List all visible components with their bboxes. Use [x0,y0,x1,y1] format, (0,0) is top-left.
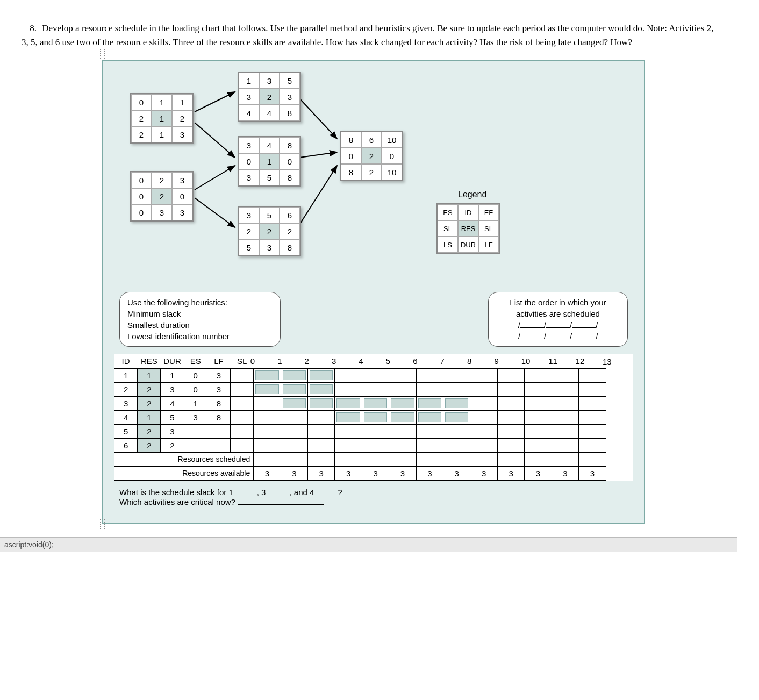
sched-sl[interactable] [231,438,254,452]
sched-cell[interactable] [335,424,362,438]
sched-cell[interactable] [254,382,281,396]
res-scheduled-cell[interactable] [281,452,307,466]
sched-cell[interactable] [497,368,524,382]
slack-blank-3[interactable] [266,487,289,495]
order-blank[interactable] [520,331,544,339]
res-scheduled-cell[interactable] [443,452,470,466]
sched-cell[interactable] [470,438,497,452]
sched-cell[interactable] [335,382,362,396]
sched-cell[interactable] [525,382,552,396]
sched-cell[interactable] [443,382,470,396]
sched-cell[interactable] [579,424,606,438]
sched-cell[interactable] [525,438,552,452]
sched-cell[interactable] [470,368,497,382]
sched-cell[interactable] [552,410,578,424]
sched-cell[interactable] [362,410,389,424]
sched-cell[interactable] [389,438,416,452]
sched-cell[interactable] [579,368,606,382]
sched-cell[interactable] [281,438,307,452]
sched-cell[interactable] [579,382,606,396]
res-scheduled-cell[interactable] [525,452,552,466]
sched-cell[interactable] [335,368,362,382]
sched-cell[interactable] [362,424,389,438]
sched-cell[interactable] [525,424,552,438]
order-blank[interactable] [546,331,570,339]
order-blank[interactable] [572,320,596,328]
sched-cell[interactable] [389,368,416,382]
sched-cell[interactable] [579,396,606,410]
res-scheduled-cell[interactable] [389,452,416,466]
res-scheduled-cell[interactable] [497,452,524,466]
sched-cell[interactable] [552,424,578,438]
slack-blank-4[interactable] [314,487,338,495]
sched-cell[interactable] [525,368,552,382]
slack-blank-1[interactable] [233,487,257,495]
sched-cell[interactable] [254,396,281,410]
drag-handle-icon[interactable] [100,49,105,59]
sched-cell[interactable] [470,396,497,410]
sched-cell[interactable] [362,368,389,382]
sched-cell[interactable] [389,410,416,424]
sched-sl[interactable] [231,382,254,396]
sched-cell[interactable] [470,410,497,424]
res-scheduled-cell[interactable] [254,452,281,466]
sched-sl[interactable] [231,424,254,438]
sched-cell[interactable] [308,382,335,396]
sched-cell[interactable] [497,424,524,438]
sched-cell[interactable] [416,396,443,410]
sched-cell[interactable] [335,438,362,452]
sched-cell[interactable] [497,410,524,424]
sched-cell[interactable] [335,410,362,424]
sched-cell[interactable] [254,368,281,382]
sched-cell[interactable] [281,410,307,424]
sched-cell[interactable] [443,438,470,452]
critical-blank[interactable] [238,497,324,505]
sched-cell[interactable] [470,382,497,396]
sched-cell[interactable] [281,368,307,382]
sched-cell[interactable] [254,438,281,452]
res-scheduled-cell[interactable] [362,452,389,466]
res-scheduled-cell[interactable] [335,452,362,466]
sched-cell[interactable] [281,424,307,438]
res-scheduled-cell[interactable] [579,452,606,466]
sched-cell[interactable] [552,368,578,382]
sched-cell[interactable] [470,424,497,438]
sched-cell[interactable] [308,438,335,452]
sched-cell[interactable] [552,438,578,452]
order-blank[interactable] [572,331,596,339]
sched-cell[interactable] [335,396,362,410]
sched-sl[interactable] [231,410,254,424]
sched-cell[interactable] [443,424,470,438]
sched-cell[interactable] [389,382,416,396]
sched-cell[interactable] [579,438,606,452]
res-scheduled-cell[interactable] [308,452,335,466]
sched-cell[interactable] [389,396,416,410]
sched-cell[interactable] [416,410,443,424]
res-scheduled-cell[interactable] [470,452,497,466]
sched-cell[interactable] [281,396,307,410]
sched-cell[interactable] [362,396,389,410]
order-blank[interactable] [546,320,570,328]
sched-cell[interactable] [416,382,443,396]
sched-cell[interactable] [443,368,470,382]
sched-cell[interactable] [497,438,524,452]
sched-cell[interactable] [281,382,307,396]
sched-cell[interactable] [308,368,335,382]
drag-handle-icon[interactable] [100,519,105,529]
sched-sl[interactable] [231,396,254,410]
sched-cell[interactable] [525,396,552,410]
sched-cell[interactable] [443,410,470,424]
sched-cell[interactable] [308,396,335,410]
sched-sl[interactable] [231,368,254,382]
sched-cell[interactable] [497,396,524,410]
res-scheduled-cell[interactable] [416,452,443,466]
sched-cell[interactable] [362,382,389,396]
order-blank[interactable] [520,320,544,328]
res-scheduled-cell[interactable] [552,452,578,466]
sched-cell[interactable] [552,382,578,396]
sched-cell[interactable] [552,396,578,410]
sched-cell[interactable] [416,368,443,382]
sched-cell[interactable] [443,396,470,410]
sched-cell[interactable] [254,410,281,424]
sched-cell[interactable] [254,424,281,438]
